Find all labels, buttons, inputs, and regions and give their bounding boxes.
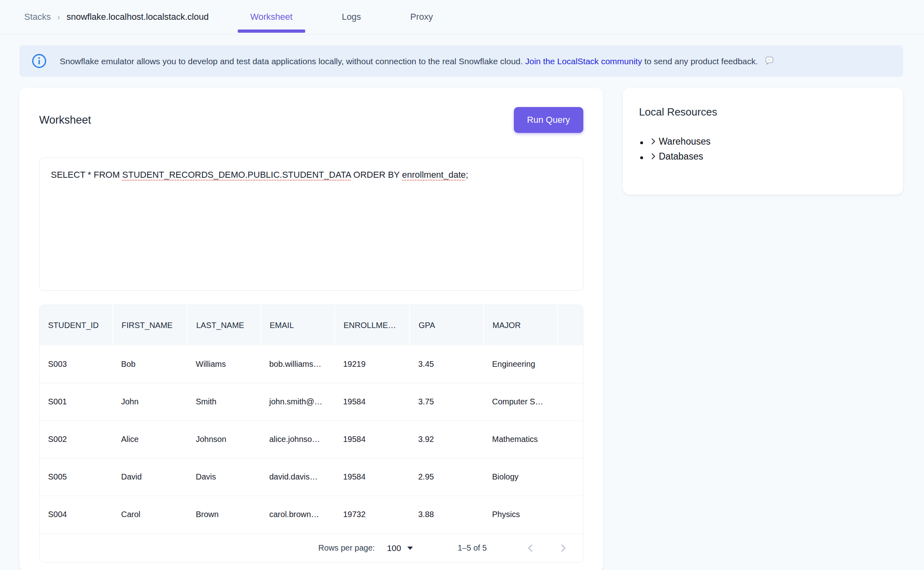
- resource-item-databases[interactable]: Databases: [649, 149, 887, 164]
- speech-bubble-icon: [764, 56, 775, 66]
- cell-enrollment: 19732: [335, 496, 410, 533]
- cell-email: alice.johnso…: [261, 421, 335, 458]
- cell-major: Physics: [484, 496, 557, 533]
- cell-major: Engineering: [484, 345, 557, 383]
- tab-proxy-label: Proxy: [410, 12, 433, 22]
- run-query-button[interactable]: Run Query: [514, 107, 583, 133]
- cell-spacer: [557, 383, 583, 421]
- worksheet-panel: Worksheet Run Query SELECT * FROM STUDEN…: [19, 88, 603, 570]
- sql-text: ORDER BY: [351, 170, 402, 180]
- cell-gpa: 3.45: [410, 345, 484, 383]
- cell-first-name: Alice: [113, 421, 187, 458]
- next-page-button[interactable]: [558, 543, 568, 553]
- chevron-right-icon: [558, 543, 568, 553]
- cell-gpa: 3.75: [410, 383, 484, 421]
- tab-logs[interactable]: Logs: [329, 0, 374, 34]
- table-row[interactable]: S004 Carol Brown carol.brown… 19732 3.88…: [40, 496, 583, 533]
- results-table: STUDENT_ID FIRST_NAME LAST_NAME EMAIL EN…: [40, 305, 583, 533]
- cell-gpa: 3.88: [410, 496, 484, 533]
- cell-student-id: S001: [40, 383, 113, 421]
- cell-first-name: Bob: [113, 345, 187, 383]
- resource-item-label: Databases: [659, 149, 703, 163]
- cell-major: Mathematics: [484, 421, 557, 458]
- column-header-student-id[interactable]: STUDENT_ID: [40, 305, 113, 345]
- chevron-left-icon: [525, 543, 536, 553]
- cell-major: Computer S…: [484, 383, 557, 421]
- local-resources-title: Local Resources: [639, 106, 887, 118]
- rows-per-page-value: 100: [387, 543, 401, 553]
- column-header-major[interactable]: MAJOR: [484, 305, 557, 345]
- cell-gpa: 3.92: [410, 421, 484, 458]
- cell-student-id: S005: [40, 458, 113, 496]
- tab-proxy[interactable]: Proxy: [398, 0, 445, 34]
- previous-page-button[interactable]: [525, 543, 536, 553]
- cell-spacer: [557, 496, 583, 533]
- query-results-container: STUDENT_ID FIRST_NAME LAST_NAME EMAIL EN…: [39, 305, 583, 563]
- column-header-first-name[interactable]: FIRST_NAME: [113, 305, 187, 345]
- column-header-enrollment[interactable]: ENROLLME…: [335, 305, 410, 345]
- dropdown-caret-icon: [407, 546, 413, 550]
- column-header-email[interactable]: EMAIL: [261, 305, 335, 345]
- table-header-row: STUDENT_ID FIRST_NAME LAST_NAME EMAIL EN…: [40, 305, 583, 345]
- table-pagination: Rows per page: 100 1–5 of 5: [40, 533, 583, 562]
- sql-text: SELECT * FROM: [51, 170, 122, 180]
- cell-first-name: John: [113, 383, 187, 421]
- tab-worksheet-label: Worksheet: [250, 12, 293, 22]
- cell-enrollment: 19584: [335, 458, 410, 496]
- cell-student-id: S003: [40, 345, 113, 383]
- breadcrumb-separator-icon: ›: [57, 13, 60, 22]
- banner-text-before: Snowflake emulator allows you to develop…: [60, 57, 525, 66]
- resource-item-warehouses[interactable]: Warehouses: [649, 135, 887, 149]
- chevron-right-icon: [649, 152, 658, 161]
- table-row[interactable]: S005 David Davis david.davis… 19584 2.95…: [40, 458, 583, 496]
- cell-spacer: [557, 421, 583, 458]
- banner-text: Snowflake emulator allows you to develop…: [60, 56, 775, 66]
- sql-query-editor[interactable]: SELECT * FROM STUDENT_RECORDS_DEMO.PUBLI…: [39, 158, 583, 291]
- breadcrumb-current-stack: snowflake.localhost.localstack.cloud: [67, 12, 209, 22]
- top-navigation-bar: Stacks › snowflake.localhost.localstack.…: [0, 0, 924, 34]
- breadcrumb-stacks-link[interactable]: Stacks: [24, 12, 51, 22]
- pagination-range: 1–5 of 5: [458, 543, 487, 553]
- chevron-right-icon: [649, 137, 658, 146]
- rows-per-page-select[interactable]: 100: [387, 543, 413, 553]
- rows-per-page-label: Rows per page:: [318, 543, 375, 553]
- worksheet-header: Worksheet Run Query: [39, 107, 583, 133]
- cell-enrollment: 19584: [335, 383, 410, 421]
- content-area: Worksheet Run Query SELECT * FROM STUDEN…: [19, 88, 903, 570]
- cell-last-name: Williams: [187, 345, 261, 383]
- cell-major: Biology: [484, 458, 557, 496]
- cell-student-id: S002: [40, 421, 113, 458]
- resource-item-label: Warehouses: [659, 135, 710, 148]
- column-header-last-name[interactable]: LAST_NAME: [187, 305, 261, 345]
- active-tab-underline: [238, 29, 305, 33]
- localstack-community-link[interactable]: Join the LocalStack community: [525, 57, 642, 66]
- cell-last-name: Davis: [187, 458, 261, 496]
- column-header-spacer: [557, 305, 583, 345]
- cell-enrollment: 19584: [335, 421, 410, 458]
- cell-student-id: S004: [40, 496, 113, 533]
- sql-table-identifier: STUDENT_RECORDS_DEMO.PUBLIC.STUDENT_DATA: [122, 170, 351, 180]
- sql-text: ;: [466, 170, 468, 180]
- cell-email: carol.brown…: [261, 496, 335, 533]
- cell-gpa: 2.95: [410, 458, 484, 496]
- cell-spacer: [557, 345, 583, 383]
- table-row[interactable]: S003 Bob Williams bob.williams… 19219 3.…: [40, 345, 583, 383]
- banner-text-after: to send any product feedback.: [642, 57, 758, 66]
- cell-last-name: Johnson: [187, 421, 261, 458]
- info-icon: [31, 53, 47, 69]
- tab-logs-label: Logs: [342, 12, 361, 22]
- cell-first-name: Carol: [113, 496, 187, 533]
- sql-order-column: enrollment_date: [402, 170, 466, 180]
- worksheet-title: Worksheet: [39, 114, 91, 126]
- column-header-gpa[interactable]: GPA: [410, 305, 484, 345]
- table-row[interactable]: S002 Alice Johnson alice.johnso… 19584 3…: [40, 421, 583, 458]
- tab-bar: Worksheet Logs Proxy: [238, 0, 446, 34]
- info-banner: Snowflake emulator allows you to develop…: [19, 45, 903, 77]
- cell-last-name: Smith: [187, 383, 261, 421]
- cell-email: john.smith@…: [261, 383, 335, 421]
- cell-email: david.davis…: [261, 458, 335, 496]
- table-row[interactable]: S001 John Smith john.smith@… 19584 3.75 …: [40, 383, 583, 421]
- cell-first-name: David: [113, 458, 187, 496]
- cell-enrollment: 19219: [335, 345, 410, 383]
- tab-worksheet[interactable]: Worksheet: [238, 0, 305, 34]
